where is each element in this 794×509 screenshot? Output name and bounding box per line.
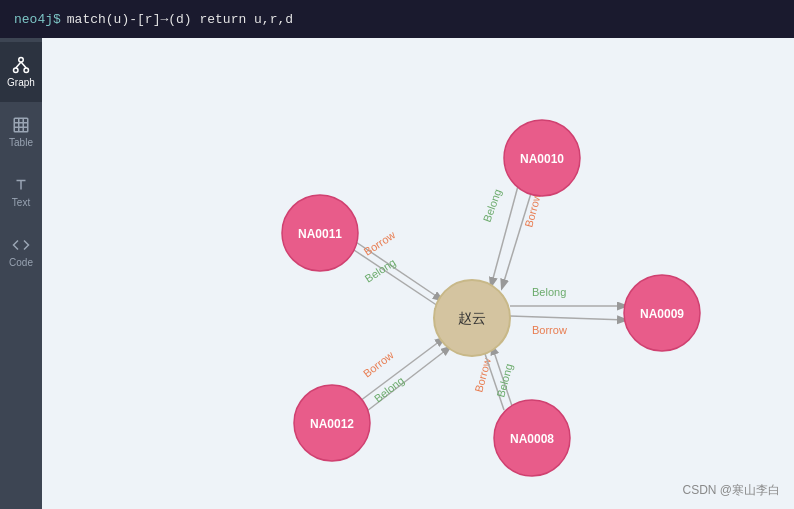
svg-text:Borrow: Borrow bbox=[361, 349, 396, 380]
sidebar-item-table[interactable]: Table bbox=[0, 102, 42, 162]
query-text: match(u)-[r]→(d) return u,r,d bbox=[67, 12, 293, 27]
watermark: CSDN @寒山李白 bbox=[682, 482, 780, 499]
sidebar-item-table-label: Table bbox=[9, 137, 33, 148]
svg-line-4 bbox=[21, 62, 26, 68]
svg-point-2 bbox=[24, 68, 29, 73]
svg-text:Belong: Belong bbox=[532, 286, 566, 298]
svg-rect-5 bbox=[14, 118, 28, 132]
svg-text:NA0009: NA0009 bbox=[640, 307, 684, 321]
sidebar: Graph Table Text Code bbox=[0, 38, 42, 509]
svg-text:Borrow: Borrow bbox=[522, 192, 543, 229]
svg-text:Borrow: Borrow bbox=[532, 324, 567, 336]
svg-text:NA0010: NA0010 bbox=[520, 152, 564, 166]
svg-line-3 bbox=[16, 62, 21, 68]
svg-point-0 bbox=[19, 58, 24, 63]
svg-text:赵云: 赵云 bbox=[458, 310, 486, 326]
query-bar: neo4j$ match(u)-[r]→(d) return u,r,d bbox=[0, 0, 794, 38]
sidebar-item-graph-label: Graph bbox=[7, 77, 35, 88]
svg-text:Belong: Belong bbox=[363, 256, 398, 285]
svg-text:Borrow: Borrow bbox=[362, 229, 398, 258]
graph-svg: Belong Borrow Borrow Belong Belong Borro… bbox=[42, 38, 794, 509]
sidebar-item-text[interactable]: Text bbox=[0, 162, 42, 222]
svg-text:NA0012: NA0012 bbox=[310, 417, 354, 431]
svg-line-22 bbox=[510, 316, 626, 320]
svg-text:NA0011: NA0011 bbox=[298, 227, 342, 241]
sidebar-item-text-label: Text bbox=[12, 197, 30, 208]
sidebar-item-code[interactable]: Code bbox=[0, 222, 42, 282]
svg-text:Belong: Belong bbox=[481, 187, 504, 223]
svg-point-1 bbox=[14, 68, 19, 73]
svg-text:Borrow: Borrow bbox=[472, 357, 493, 394]
svg-text:NA0008: NA0008 bbox=[510, 432, 554, 446]
sidebar-item-graph[interactable]: Graph bbox=[0, 42, 42, 102]
sidebar-item-code-label: Code bbox=[9, 257, 33, 268]
graph-area: Belong Borrow Borrow Belong Belong Borro… bbox=[42, 38, 794, 509]
query-prompt: neo4j$ bbox=[14, 12, 61, 27]
svg-text:Belong: Belong bbox=[494, 362, 514, 398]
